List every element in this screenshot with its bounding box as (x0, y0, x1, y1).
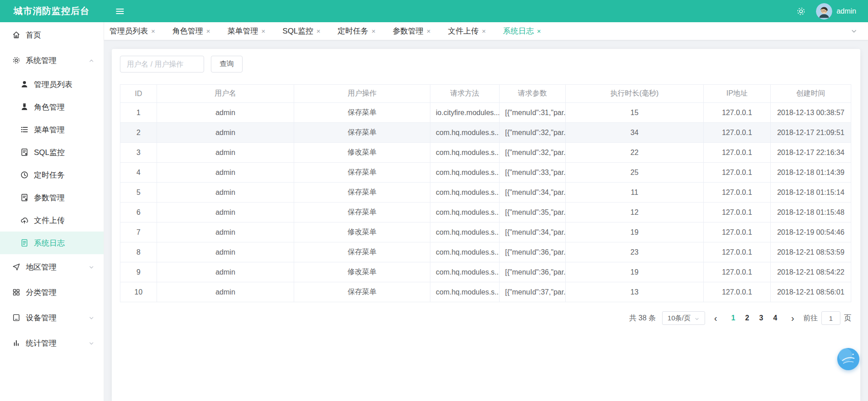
cell-operation: 保存菜单 (294, 163, 430, 183)
tab-sql-monitor[interactable]: SQL监控× (282, 26, 320, 36)
page-number-3[interactable]: 3 (754, 314, 768, 322)
cell-ip: 127.0.0.1 (704, 242, 771, 262)
close-icon[interactable]: × (151, 28, 155, 34)
cell-operation: 保存菜单 (294, 203, 430, 222)
sidebar-item-param-mgmt[interactable]: 参数管理 (0, 186, 104, 209)
table-row[interactable]: 9admin修改菜单com.hq.modules.s...[{"menuId":… (120, 262, 851, 282)
sidebar-item-device-mgmt[interactable]: 设备管理 (0, 305, 104, 330)
table-row[interactable]: 1admin保存菜单io.cityfire.modules...[{"menuI… (120, 103, 851, 123)
sidebar-item-system-log[interactable]: 系统日志 (0, 232, 104, 254)
cell-operation: 保存菜单 (294, 103, 430, 123)
close-icon[interactable]: × (372, 28, 376, 34)
cell-method: io.cityfire.modules... (430, 103, 500, 123)
cell-username: admin (157, 262, 294, 282)
page-number-list: 1 2 3 4 (726, 314, 782, 322)
cell-params: [{"menuId":36,"par... (500, 262, 566, 282)
goto-label: 前往 (803, 314, 818, 323)
sidebar-item-category-mgmt[interactable]: 分类管理 (0, 280, 104, 305)
cell-params: [{"menuId":34,"par... (500, 183, 566, 203)
goto-page-input[interactable] (821, 311, 840, 325)
col-header-created: 创建时间 (771, 85, 851, 103)
floating-chat-widget-button[interactable] (837, 348, 859, 370)
tab-admin-list[interactable]: 管理员列表× (110, 26, 155, 36)
table-header-row: ID 用户名 用户操作 请求方法 请求参数 执行时长(毫秒) IP地址 创建时间 (120, 85, 851, 103)
table-row[interactable]: 7admin修改菜单com.hq.modules.s...[{"menuId":… (120, 222, 851, 242)
sidebar-item-home[interactable]: 首页 (0, 22, 104, 48)
page-number-4[interactable]: 4 (768, 314, 782, 322)
cell-operation: 保存菜单 (294, 242, 430, 262)
user-menu[interactable]: admin (816, 3, 856, 19)
tab-menu-mgmt[interactable]: 菜单管理× (228, 26, 266, 36)
cell-created: 2018-12-18 01:15:14 (771, 183, 851, 203)
close-icon[interactable]: × (206, 28, 210, 34)
home-icon (12, 30, 21, 39)
sidebar-item-region-mgmt[interactable]: 地区管理 (0, 254, 104, 280)
sidebar-item-menu-mgmt[interactable]: 菜单管理 (0, 118, 104, 141)
cell-username: admin (157, 123, 294, 143)
table-row[interactable]: 6admin保存菜单com.hq.modules.s...[{"menuId":… (120, 203, 851, 222)
sidebar-item-file-upload[interactable]: 文件上传 (0, 209, 104, 232)
avatar (816, 3, 832, 19)
close-icon[interactable]: × (262, 28, 266, 34)
page-number-2[interactable]: 2 (740, 314, 754, 322)
cell-params: [{"menuId":34,"par... (500, 222, 566, 242)
sidebar-item-sql-monitor[interactable]: SQL监控 (0, 141, 104, 164)
cell-params: [{"menuId":33,"par... (500, 163, 566, 183)
sidebar-item-admin-list[interactable]: 管理员列表 (0, 73, 104, 96)
tab-system-log[interactable]: 系统日志× (503, 26, 541, 36)
page-number-1[interactable]: 1 (726, 314, 740, 322)
tab-file-upload[interactable]: 文件上传× (448, 26, 486, 36)
cell-username: admin (157, 282, 294, 302)
log-document-icon (20, 238, 29, 247)
table-row[interactable]: 4admin保存菜单com.hq.modules.s...[{"menuId":… (120, 163, 851, 183)
cell-created: 2018-12-21 08:56:01 (771, 282, 851, 302)
page-size-select[interactable]: 10条/页 (662, 311, 705, 325)
close-icon[interactable]: × (427, 28, 431, 34)
cell-created: 2018-12-19 00:54:46 (771, 222, 851, 242)
cell-method: com.hq.modules.s... (430, 183, 500, 203)
navigation-arrow-icon (12, 262, 21, 271)
total-count-label: 共 38 条 (629, 314, 656, 323)
cell-username: admin (157, 103, 294, 123)
close-icon[interactable]: × (537, 28, 541, 34)
cell-id: 5 (120, 183, 157, 203)
col-header-duration: 执行时长(毫秒) (566, 85, 704, 103)
cell-id: 8 (120, 242, 157, 262)
table-row[interactable]: 3admin修改菜单com.hq.modules.s...[{"menuId":… (120, 143, 851, 163)
tab-scheduled-tasks[interactable]: 定时任务× (338, 26, 376, 36)
tab-role-mgmt[interactable]: 角色管理× (172, 26, 210, 36)
table-row[interactable]: 10admin保存菜单com.hq.modules.s...[{"menuId"… (120, 282, 851, 302)
table-row[interactable]: 8admin保存菜单com.hq.modules.s...[{"menuId":… (120, 242, 851, 262)
sidebar-item-scheduled-tasks[interactable]: 定时任务 (0, 164, 104, 186)
app-title: 城市消防监控后台 (14, 6, 90, 16)
sql-document-icon (20, 148, 29, 157)
app-window: 城市消防监控后台 admin (0, 0, 868, 401)
sidebar-item-role-mgmt[interactable]: 角色管理 (0, 96, 104, 118)
prev-page-button[interactable]: ‹ (711, 314, 720, 323)
close-icon[interactable]: × (482, 28, 486, 34)
tab-param-mgmt[interactable]: 参数管理× (393, 26, 431, 36)
col-header-method: 请求方法 (430, 85, 500, 103)
cell-created: 2018-12-21 08:53:59 (771, 242, 851, 262)
search-input[interactable] (120, 56, 204, 72)
settings-gear-icon[interactable] (796, 6, 806, 16)
table-row[interactable]: 2admin保存菜单com.hq.modules.s...[{"menuId":… (120, 123, 851, 143)
cell-params: [{"menuId":32,"par... (500, 143, 566, 163)
close-icon[interactable]: × (316, 28, 320, 34)
cell-username: admin (157, 222, 294, 242)
cell-id: 9 (120, 262, 157, 282)
table-row[interactable]: 5admin保存菜单com.hq.modules.s...[{"menuId":… (120, 183, 851, 203)
tab-list-chevron-down-icon[interactable] (846, 22, 862, 40)
sidebar-item-stats-mgmt[interactable]: 统计管理 (0, 330, 104, 356)
sidebar-item-system-mgmt[interactable]: 系统管理 (0, 48, 104, 73)
cell-method: com.hq.modules.s... (430, 242, 500, 262)
query-button[interactable]: 查询 (211, 56, 243, 72)
next-page-button[interactable]: › (788, 314, 797, 323)
goto-page: 前往 页 (803, 311, 851, 325)
col-header-id: ID (120, 85, 157, 103)
cell-id: 6 (120, 203, 157, 222)
cell-id: 3 (120, 143, 157, 163)
bar-chart-icon (12, 338, 21, 348)
chevron-down-icon (694, 315, 700, 321)
hamburger-menu-icon[interactable] (114, 5, 126, 17)
